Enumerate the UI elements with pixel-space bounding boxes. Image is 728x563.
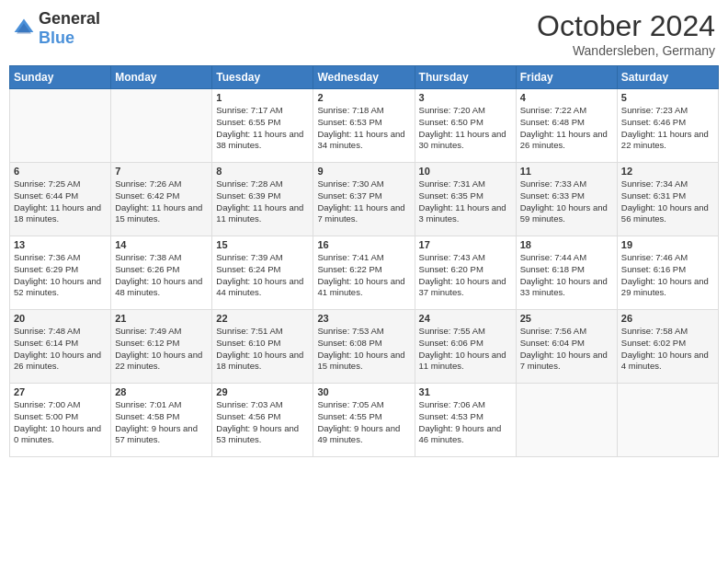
day-cell: 15Sunrise: 7:39 AMSunset: 6:24 PMDayligh… xyxy=(212,236,313,310)
day-cell xyxy=(111,89,212,163)
day-cell: 12Sunrise: 7:34 AMSunset: 6:31 PMDayligh… xyxy=(617,163,718,236)
day-number: 9 xyxy=(317,166,410,177)
day-number: 5 xyxy=(621,92,714,103)
day-info: Sunrise: 7:20 AMSunset: 6:50 PMDaylight:… xyxy=(419,105,512,152)
header-row: SundayMondayTuesdayWednesdayThursdayFrid… xyxy=(10,66,719,89)
day-number: 10 xyxy=(419,166,512,177)
day-number: 21 xyxy=(115,313,208,324)
day-cell: 24Sunrise: 7:55 AMSunset: 6:06 PMDayligh… xyxy=(415,310,516,384)
day-info: Sunrise: 7:53 AMSunset: 6:08 PMDaylight:… xyxy=(317,326,410,373)
day-number: 31 xyxy=(419,386,512,397)
day-cell: 27Sunrise: 7:00 AMSunset: 5:00 PMDayligh… xyxy=(10,384,111,457)
day-number: 22 xyxy=(216,313,309,324)
col-header-tuesday: Tuesday xyxy=(212,66,313,89)
col-header-sunday: Sunday xyxy=(10,66,111,89)
page-header: General Blue October 2024 Wandersleben, … xyxy=(9,9,719,58)
day-info: Sunrise: 7:17 AMSunset: 6:55 PMDaylight:… xyxy=(216,105,309,152)
day-number: 2 xyxy=(317,92,410,103)
day-number: 12 xyxy=(621,166,714,177)
day-number: 6 xyxy=(14,166,107,177)
day-cell: 16Sunrise: 7:41 AMSunset: 6:22 PMDayligh… xyxy=(313,236,415,310)
day-number: 20 xyxy=(14,313,107,324)
day-info: Sunrise: 7:06 AMSunset: 4:53 PMDaylight:… xyxy=(419,399,512,446)
day-number: 15 xyxy=(216,239,309,250)
day-info: Sunrise: 7:03 AMSunset: 4:56 PMDaylight:… xyxy=(216,399,309,446)
week-row-3: 13Sunrise: 7:36 AMSunset: 6:29 PMDayligh… xyxy=(10,236,719,310)
day-info: Sunrise: 7:05 AMSunset: 4:55 PMDaylight:… xyxy=(317,399,410,446)
day-number: 24 xyxy=(419,313,512,324)
day-info: Sunrise: 7:34 AMSunset: 6:31 PMDaylight:… xyxy=(621,178,714,225)
day-info: Sunrise: 7:48 AMSunset: 6:14 PMDaylight:… xyxy=(14,326,107,373)
week-row-1: 1Sunrise: 7:17 AMSunset: 6:55 PMDaylight… xyxy=(10,89,719,163)
day-number: 19 xyxy=(621,239,714,250)
day-info: Sunrise: 7:38 AMSunset: 6:26 PMDaylight:… xyxy=(115,252,208,299)
day-info: Sunrise: 7:39 AMSunset: 6:24 PMDaylight:… xyxy=(216,252,309,299)
day-cell: 20Sunrise: 7:48 AMSunset: 6:14 PMDayligh… xyxy=(10,310,111,384)
day-info: Sunrise: 7:49 AMSunset: 6:12 PMDaylight:… xyxy=(115,326,208,373)
day-cell: 22Sunrise: 7:51 AMSunset: 6:10 PMDayligh… xyxy=(212,310,313,384)
day-info: Sunrise: 7:36 AMSunset: 6:29 PMDaylight:… xyxy=(14,252,107,299)
day-cell: 18Sunrise: 7:44 AMSunset: 6:18 PMDayligh… xyxy=(516,236,617,310)
day-number: 23 xyxy=(317,313,410,324)
day-cell: 29Sunrise: 7:03 AMSunset: 4:56 PMDayligh… xyxy=(212,384,313,457)
day-cell: 30Sunrise: 7:05 AMSunset: 4:55 PMDayligh… xyxy=(313,384,415,457)
day-info: Sunrise: 7:33 AMSunset: 6:33 PMDaylight:… xyxy=(520,178,613,225)
day-info: Sunrise: 7:31 AMSunset: 6:35 PMDaylight:… xyxy=(419,178,512,225)
logo-blue: Blue xyxy=(39,29,74,47)
location: Wandersleben, Germany xyxy=(537,43,715,58)
day-cell: 7Sunrise: 7:26 AMSunset: 6:42 PMDaylight… xyxy=(111,163,212,236)
day-info: Sunrise: 7:55 AMSunset: 6:06 PMDaylight:… xyxy=(419,326,512,373)
day-info: Sunrise: 7:44 AMSunset: 6:18 PMDaylight:… xyxy=(520,252,613,299)
day-cell: 31Sunrise: 7:06 AMSunset: 4:53 PMDayligh… xyxy=(415,384,516,457)
title-block: October 2024 Wandersleben, Germany xyxy=(537,9,715,58)
day-number: 28 xyxy=(115,386,208,397)
day-number: 26 xyxy=(621,313,714,324)
day-number: 16 xyxy=(317,239,410,250)
day-cell: 5Sunrise: 7:23 AMSunset: 6:46 PMDaylight… xyxy=(617,89,718,163)
day-info: Sunrise: 7:46 AMSunset: 6:16 PMDaylight:… xyxy=(621,252,714,299)
day-number: 11 xyxy=(520,166,613,177)
day-cell: 10Sunrise: 7:31 AMSunset: 6:35 PMDayligh… xyxy=(415,163,516,236)
day-number: 3 xyxy=(419,92,512,103)
day-cell: 2Sunrise: 7:18 AMSunset: 6:53 PMDaylight… xyxy=(313,89,415,163)
week-row-4: 20Sunrise: 7:48 AMSunset: 6:14 PMDayligh… xyxy=(10,310,719,384)
day-info: Sunrise: 7:28 AMSunset: 6:39 PMDaylight:… xyxy=(216,178,309,225)
day-number: 30 xyxy=(317,386,410,397)
day-cell: 14Sunrise: 7:38 AMSunset: 6:26 PMDayligh… xyxy=(111,236,212,310)
logo-general: General xyxy=(39,9,100,28)
day-number: 18 xyxy=(520,239,613,250)
day-cell xyxy=(516,384,617,457)
day-cell: 11Sunrise: 7:33 AMSunset: 6:33 PMDayligh… xyxy=(516,163,617,236)
col-header-saturday: Saturday xyxy=(617,66,718,89)
logo-text: General Blue xyxy=(39,9,100,48)
week-row-5: 27Sunrise: 7:00 AMSunset: 5:00 PMDayligh… xyxy=(10,384,719,457)
day-cell: 3Sunrise: 7:20 AMSunset: 6:50 PMDaylight… xyxy=(415,89,516,163)
day-info: Sunrise: 7:56 AMSunset: 6:04 PMDaylight:… xyxy=(520,326,613,373)
day-number: 25 xyxy=(520,313,613,324)
day-number: 29 xyxy=(216,386,309,397)
day-number: 14 xyxy=(115,239,208,250)
logo: General Blue xyxy=(13,9,100,48)
day-cell: 13Sunrise: 7:36 AMSunset: 6:29 PMDayligh… xyxy=(10,236,111,310)
col-header-wednesday: Wednesday xyxy=(313,66,415,89)
day-cell: 26Sunrise: 7:58 AMSunset: 6:02 PMDayligh… xyxy=(617,310,718,384)
day-info: Sunrise: 7:22 AMSunset: 6:48 PMDaylight:… xyxy=(520,105,613,152)
day-cell: 21Sunrise: 7:49 AMSunset: 6:12 PMDayligh… xyxy=(111,310,212,384)
day-cell: 17Sunrise: 7:43 AMSunset: 6:20 PMDayligh… xyxy=(415,236,516,310)
col-header-thursday: Thursday xyxy=(415,66,516,89)
day-info: Sunrise: 7:43 AMSunset: 6:20 PMDaylight:… xyxy=(419,252,512,299)
day-info: Sunrise: 7:23 AMSunset: 6:46 PMDaylight:… xyxy=(621,105,714,152)
day-info: Sunrise: 7:30 AMSunset: 6:37 PMDaylight:… xyxy=(317,178,410,225)
day-cell: 23Sunrise: 7:53 AMSunset: 6:08 PMDayligh… xyxy=(313,310,415,384)
day-info: Sunrise: 7:41 AMSunset: 6:22 PMDaylight:… xyxy=(317,252,410,299)
day-cell xyxy=(10,89,111,163)
day-cell: 8Sunrise: 7:28 AMSunset: 6:39 PMDaylight… xyxy=(212,163,313,236)
day-info: Sunrise: 7:51 AMSunset: 6:10 PMDaylight:… xyxy=(216,326,309,373)
day-cell: 1Sunrise: 7:17 AMSunset: 6:55 PMDaylight… xyxy=(212,89,313,163)
day-cell: 25Sunrise: 7:56 AMSunset: 6:04 PMDayligh… xyxy=(516,310,617,384)
day-number: 27 xyxy=(14,386,107,397)
day-info: Sunrise: 7:18 AMSunset: 6:53 PMDaylight:… xyxy=(317,105,410,152)
day-cell: 6Sunrise: 7:25 AMSunset: 6:44 PMDaylight… xyxy=(10,163,111,236)
col-header-friday: Friday xyxy=(516,66,617,89)
day-cell: 4Sunrise: 7:22 AMSunset: 6:48 PMDaylight… xyxy=(516,89,617,163)
